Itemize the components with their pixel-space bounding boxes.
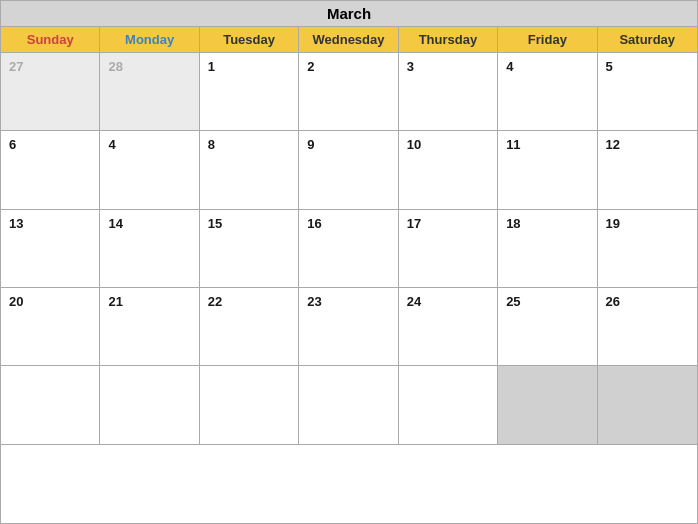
day-cell-2-0[interactable]: 13 <box>1 210 100 288</box>
day-cell-1-0[interactable]: 6 <box>1 131 100 209</box>
day-cell-4-1[interactable] <box>100 366 199 444</box>
day-cell-0-4[interactable]: 3 <box>399 53 498 131</box>
header-saturday: Saturday <box>598 27 697 52</box>
day-cell-2-1[interactable]: 14 <box>100 210 199 288</box>
day-cell-1-2[interactable]: 8 <box>200 131 299 209</box>
day-cell-3-6[interactable]: 26 <box>598 288 697 366</box>
calendar: March SundayMondayTuesdayWednesdayThursd… <box>0 0 698 524</box>
day-cell-4-3[interactable] <box>299 366 398 444</box>
day-cell-1-6[interactable]: 12 <box>598 131 697 209</box>
day-cell-0-1[interactable]: 28 <box>100 53 199 131</box>
header-monday: Monday <box>100 27 199 52</box>
day-cell-1-5[interactable]: 11 <box>498 131 597 209</box>
calendar-header: SundayMondayTuesdayWednesdayThursdayFrid… <box>1 27 697 53</box>
header-tuesday: Tuesday <box>200 27 299 52</box>
day-cell-2-2[interactable]: 15 <box>200 210 299 288</box>
day-cell-3-3[interactable]: 23 <box>299 288 398 366</box>
day-cell-4-0[interactable] <box>1 366 100 444</box>
calendar-title: March <box>1 1 697 27</box>
header-wednesday: Wednesday <box>299 27 398 52</box>
day-cell-0-6[interactable]: 5 <box>598 53 697 131</box>
day-cell-0-5[interactable]: 4 <box>498 53 597 131</box>
calendar-grid: 2728123456489101112131415161718192021222… <box>1 53 697 523</box>
day-cell-2-4[interactable]: 17 <box>399 210 498 288</box>
header-sunday: Sunday <box>1 27 100 52</box>
day-cell-4-2[interactable] <box>200 366 299 444</box>
day-cell-3-5[interactable]: 25 <box>498 288 597 366</box>
day-cell-0-3[interactable]: 2 <box>299 53 398 131</box>
day-cell-0-0[interactable]: 27 <box>1 53 100 131</box>
header-thursday: Thursday <box>399 27 498 52</box>
day-cell-1-3[interactable]: 9 <box>299 131 398 209</box>
day-cell-3-4[interactable]: 24 <box>399 288 498 366</box>
header-friday: Friday <box>498 27 597 52</box>
day-cell-3-1[interactable]: 21 <box>100 288 199 366</box>
day-cell-4-6[interactable] <box>598 366 697 444</box>
day-cell-3-0[interactable]: 20 <box>1 288 100 366</box>
day-cell-2-6[interactable]: 19 <box>598 210 697 288</box>
day-cell-4-5[interactable] <box>498 366 597 444</box>
day-cell-0-2[interactable]: 1 <box>200 53 299 131</box>
day-cell-1-1[interactable]: 4 <box>100 131 199 209</box>
day-cell-2-5[interactable]: 18 <box>498 210 597 288</box>
day-cell-3-2[interactable]: 22 <box>200 288 299 366</box>
day-cell-1-4[interactable]: 10 <box>399 131 498 209</box>
day-cell-4-4[interactable] <box>399 366 498 444</box>
day-cell-2-3[interactable]: 16 <box>299 210 398 288</box>
